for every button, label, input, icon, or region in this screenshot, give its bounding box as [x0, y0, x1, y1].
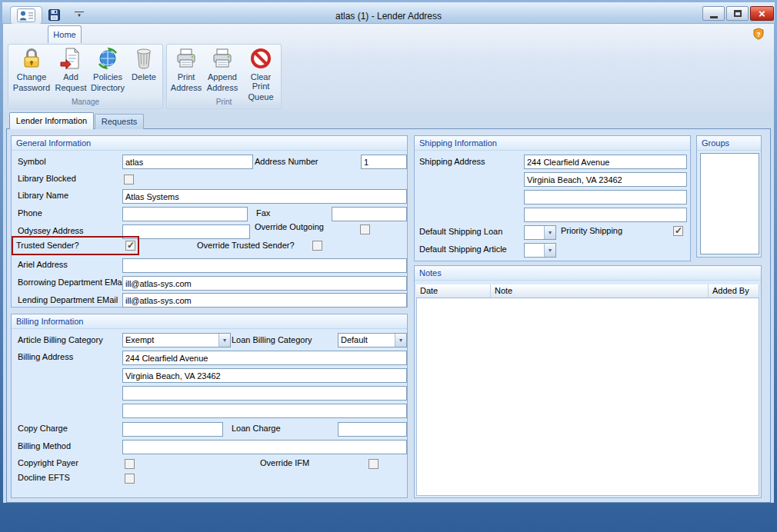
shipping-address-line1-input[interactable]: [524, 155, 687, 169]
button-label: Append: [208, 72, 237, 81]
button-label: Change: [17, 72, 47, 81]
billing-information-groupbox: Billing Information Article Billing Cate…: [11, 314, 408, 498]
trash-icon: [132, 46, 156, 71]
close-icon: ×: [759, 8, 765, 19]
shipping-address-line3-input[interactable]: [524, 190, 687, 204]
maximize-icon: [734, 10, 742, 17]
default-shipping-loan-select[interactable]: ▾: [524, 225, 556, 240]
button-label: Address: [171, 83, 202, 92]
groups-header: Groups: [697, 136, 761, 151]
billing-address-line3-input[interactable]: [122, 386, 407, 401]
trusted-sender-highlight: [12, 236, 139, 255]
address-number-input[interactable]: [361, 155, 407, 169]
no-entry-icon: [248, 46, 273, 71]
notes-column-added-by[interactable]: Added By: [709, 284, 759, 298]
override-outgoing-checkbox[interactable]: [360, 224, 370, 234]
title-bar: ▾ atlas (1) - Lender Address ×: [2, 2, 775, 24]
append-address-button[interactable]: Append Address: [205, 46, 240, 92]
lending-email-label: Lending Department EMail: [18, 295, 118, 304]
article-billing-category-select[interactable]: Exempt ▾: [122, 333, 231, 347]
billing-address-line2-input[interactable]: [122, 368, 407, 383]
tab-lender-information[interactable]: Lender Information: [9, 112, 94, 129]
default-shipping-article-select[interactable]: ▾: [524, 243, 556, 258]
notes-column-date[interactable]: Date: [416, 284, 491, 298]
button-label: Queue: [248, 92, 273, 101]
billing-address-label: Billing Address: [18, 352, 73, 361]
delete-button[interactable]: Delete: [128, 46, 160, 83]
billing-information-header: Billing Information: [12, 314, 407, 329]
maximize-button[interactable]: [726, 6, 749, 21]
help-button[interactable]: ?: [752, 28, 765, 40]
button-label: Add: [63, 72, 78, 81]
loan-billing-category-label: Loan Billing Category: [232, 335, 312, 344]
groups-groupbox: Groups: [696, 135, 762, 258]
tab-home[interactable]: Home: [48, 25, 82, 43]
selected-value: Exempt: [125, 335, 154, 344]
billing-address-line4-input[interactable]: [122, 404, 407, 418]
borrowing-email-label: Borrowing Department EMail: [18, 278, 126, 287]
ribbon-group-manage-label: Manage: [9, 97, 162, 108]
selected-value: Default: [341, 335, 368, 344]
billing-method-input[interactable]: [122, 440, 407, 454]
priority-shipping-label: Priority Shipping: [561, 226, 622, 235]
button-label: Address: [207, 83, 238, 92]
notes-table-body[interactable]: [416, 298, 759, 496]
loan-charge-input[interactable]: [338, 422, 407, 437]
change-password-button[interactable]: Change Password: [11, 46, 52, 92]
copyright-payer-checkbox[interactable]: [125, 459, 135, 469]
print-address-button[interactable]: Print Address: [169, 46, 203, 92]
phone-input[interactable]: [122, 207, 248, 221]
chevron-down-icon: ▾: [395, 334, 406, 347]
clear-print-queue-button[interactable]: Clear Print Queue: [242, 46, 280, 101]
loan-billing-category-select[interactable]: Default ▾: [338, 333, 407, 347]
article-billing-category-label: Article Billing Category: [18, 335, 103, 344]
general-information-groupbox: General Information Symbol Address Numbe…: [11, 135, 408, 308]
override-trusted-sender-checkbox[interactable]: [312, 241, 322, 251]
default-shipping-loan-label: Default Shipping Loan: [419, 227, 502, 236]
help-icon: ?: [752, 28, 765, 40]
priority-shipping-checkbox[interactable]: [673, 226, 683, 236]
lending-email-input[interactable]: [122, 293, 407, 308]
billing-address-line1-input[interactable]: [122, 351, 407, 365]
borrowing-email-input[interactable]: [122, 276, 407, 291]
docline-efts-checkbox[interactable]: [125, 474, 135, 484]
library-name-input[interactable]: [122, 189, 407, 204]
application-window: ▾ atlas (1) - Lender Address × Home Mana…: [0, 0, 777, 532]
add-request-icon: [58, 46, 83, 71]
fax-input[interactable]: [332, 207, 407, 221]
odyssey-address-input[interactable]: [122, 224, 250, 239]
close-button[interactable]: ×: [750, 6, 774, 21]
ariel-address-input[interactable]: [122, 258, 407, 273]
printer-icon: [174, 46, 198, 71]
chevron-down-icon: ▾: [544, 244, 555, 257]
chevron-down-icon: ▾: [218, 334, 230, 347]
symbol-input[interactable]: [122, 155, 253, 169]
copy-charge-input[interactable]: [122, 422, 223, 437]
shipping-address-line2-input[interactable]: [524, 172, 687, 187]
loan-charge-label: Loan Charge: [232, 424, 281, 433]
override-outgoing-label: Override Outgoing: [255, 222, 324, 231]
library-blocked-checkbox[interactable]: [124, 175, 134, 185]
shipping-information-groupbox: Shipping Information Shipping Address De…: [414, 135, 691, 261]
notes-column-note[interactable]: Note: [491, 284, 709, 298]
shipping-address-label: Shipping Address: [419, 157, 485, 166]
library-blocked-label: Library Blocked: [18, 174, 76, 183]
minimize-button[interactable]: [702, 6, 725, 21]
lock-icon: [19, 46, 44, 71]
default-shipping-article-label: Default Shipping Article: [419, 244, 507, 254]
policies-directory-button[interactable]: Policies Directory: [89, 46, 126, 92]
add-request-button[interactable]: Add Request: [54, 46, 88, 92]
button-label: Directory: [91, 83, 125, 92]
groups-listbox[interactable]: [700, 153, 759, 254]
override-ifm-checkbox[interactable]: [368, 459, 378, 469]
button-label: Policies: [93, 72, 122, 81]
tab-requests[interactable]: Requests: [95, 114, 144, 129]
override-trusted-sender-label: Override Trusted Sender?: [197, 241, 295, 250]
chevron-down-icon: ▾: [544, 226, 555, 239]
button-label: Clear Print: [242, 72, 280, 91]
notes-header: Notes: [415, 266, 761, 281]
minimize-icon: [710, 16, 718, 18]
globe-icon: [95, 46, 120, 71]
shipping-address-line4-input[interactable]: [524, 208, 687, 222]
notes-groupbox: Notes Date Note Added By: [414, 265, 762, 498]
